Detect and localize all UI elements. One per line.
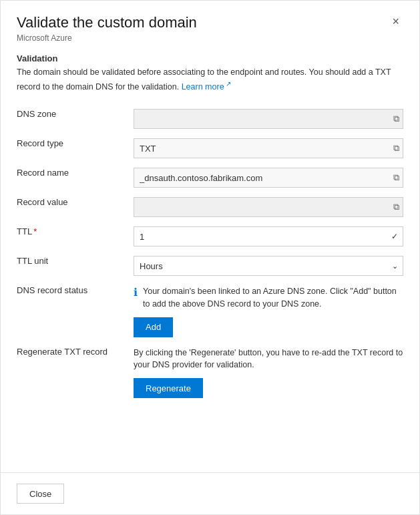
record-name-row: Record name ⧉ [17,163,403,192]
ttl-check-icon: ✓ [391,232,398,241]
record-value-copy-icon[interactable]: ⧉ [393,202,399,212]
ttl-input[interactable] [134,226,403,246]
dialog-body: Validation The domain should be validate… [1,43,419,472]
record-name-input-cell: ⧉ [134,163,403,192]
record-value-input-cell: ⧉ [134,192,403,222]
regenerate-button[interactable]: Regenerate [134,378,203,398]
ttl-label-cell: TTL* [17,222,134,251]
record-type-label: Record type [17,134,134,163]
record-name-copy-icon[interactable]: ⧉ [393,172,399,183]
dns-record-status-row: DNS record status ℹ Your domain's been l… [17,281,403,342]
dialog-subtitle: Microsoft Azure [17,33,197,43]
validation-section-title: Validation [17,53,403,63]
add-button[interactable]: Add [134,317,173,337]
regenerate-label: Regenerate TXT record [17,342,134,403]
close-icon-button[interactable]: × [388,14,403,29]
dns-zone-input-cell: ⧉ [134,104,403,134]
info-icon: ℹ [134,286,138,311]
form-table: DNS zone ⧉ Record type ⧉ [17,104,403,403]
dns-zone-row: DNS zone ⧉ [17,104,403,134]
record-name-wrapper: ⧉ [134,168,403,188]
ttl-unit-row: TTL unit Hours Minutes Seconds ⌄ [17,251,403,281]
record-name-label: Record name [17,163,134,192]
ttl-row: TTL* ✓ [17,222,403,251]
dialog-footer: Close [1,472,419,514]
record-value-row: Record value ⧉ [17,192,403,222]
record-name-input[interactable] [134,168,403,188]
dialog-header: Validate the custom domain Microsoft Azu… [1,1,419,43]
header-title-group: Validate the custom domain Microsoft Azu… [17,14,197,43]
dns-zone-copy-icon[interactable]: ⧉ [393,114,399,124]
regenerate-description: By clicking the 'Regenerate' button, you… [134,347,403,372]
record-type-input-cell: ⧉ [134,134,403,163]
ttl-unit-label: TTL unit [17,251,134,281]
ttl-unit-select[interactable]: Hours Minutes Seconds [134,256,403,276]
record-value-label: Record value [17,192,134,222]
dns-record-status-label: DNS record status [17,281,134,342]
record-type-copy-icon[interactable]: ⧉ [393,143,399,154]
dns-status-info-box: ℹ Your domain's been linked to an Azure … [134,285,403,311]
validate-domain-dialog: Validate the custom domain Microsoft Azu… [0,0,420,515]
dns-zone-input[interactable] [134,109,403,129]
validation-description: The domain should be validated before as… [17,66,403,94]
external-link-icon: ↗ [226,80,231,88]
ttl-unit-select-wrapper: Hours Minutes Seconds ⌄ [134,256,403,276]
record-type-wrapper: ⧉ [134,138,403,158]
dns-record-status-content: ℹ Your domain's been linked to an Azure … [134,281,403,342]
ttl-input-wrapper: ✓ [134,226,403,246]
record-value-input[interactable] [134,197,403,217]
ttl-unit-input-cell: Hours Minutes Seconds ⌄ [134,251,403,281]
record-type-input[interactable] [134,138,403,158]
ttl-input-cell: ✓ [134,222,403,251]
record-type-row: Record type ⧉ [17,134,403,163]
dns-status-info-text: Your domain's been linked to an Azure DN… [143,285,403,311]
ttl-label: TTL [17,226,32,236]
record-value-wrapper: ⧉ [134,197,403,217]
dns-zone-label: DNS zone [17,104,134,134]
footer-close-button[interactable]: Close [17,484,64,504]
regenerate-content: By clicking the 'Regenerate' button, you… [134,342,403,403]
ttl-required-marker: * [33,226,37,236]
dns-zone-wrapper: ⧉ [134,109,403,129]
learn-more-link[interactable]: Learn more↗ [182,82,231,92]
regenerate-row: Regenerate TXT record By clicking the 'R… [17,342,403,403]
dialog-title: Validate the custom domain [17,14,197,31]
